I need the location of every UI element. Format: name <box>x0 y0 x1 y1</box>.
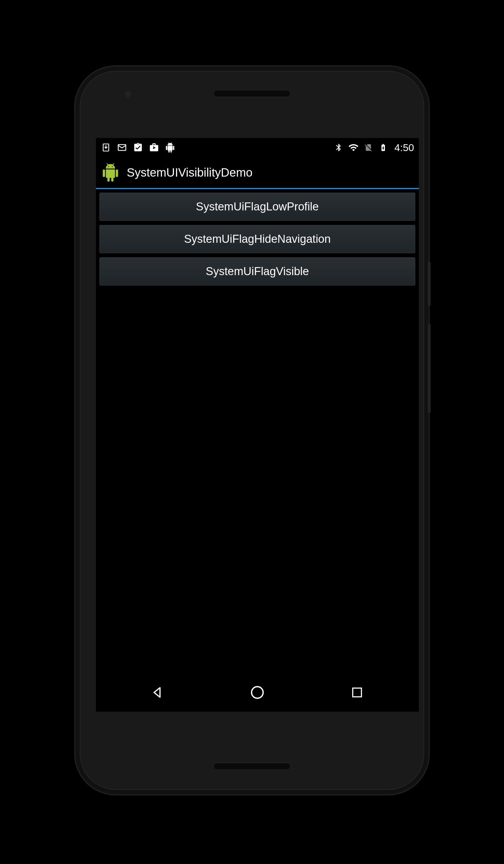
front-camera <box>125 91 131 97</box>
low-profile-button[interactable]: SystemUiFlagLowProfile <box>99 193 415 221</box>
play-briefcase-icon <box>149 142 159 153</box>
status-bar-right: 4:50 <box>333 142 414 154</box>
hide-navigation-button[interactable]: SystemUiFlagHideNavigation <box>99 225 415 253</box>
nav-recent-button[interactable] <box>342 677 372 707</box>
no-sim-icon <box>363 142 374 153</box>
download-icon <box>100 142 111 153</box>
wifi-icon <box>348 142 359 153</box>
status-time: 4:50 <box>395 142 414 154</box>
mail-icon <box>117 142 127 153</box>
speaker-top <box>213 90 291 97</box>
android-logo-icon <box>101 163 120 182</box>
phone-device-frame: 4:50 SystemUIVisibilityDemo SystemUiFlag… <box>74 65 430 795</box>
power-button <box>428 262 431 306</box>
action-bar: SystemUIVisibilityDemo <box>96 157 419 189</box>
volume-button <box>428 324 431 413</box>
svg-point-2 <box>252 687 263 698</box>
app-title: SystemUIVisibilityDemo <box>127 166 253 179</box>
navigation-bar <box>96 673 419 712</box>
bluetooth-icon <box>333 142 344 153</box>
phone-inner-frame: 4:50 SystemUIVisibilityDemo SystemUiFlag… <box>80 71 424 790</box>
svg-rect-3 <box>352 688 361 697</box>
battery-charging-icon <box>378 142 388 153</box>
speaker-bottom <box>213 763 291 770</box>
clipboard-check-icon <box>133 142 143 153</box>
phone-screen: 4:50 SystemUIVisibilityDemo SystemUiFlag… <box>96 138 419 712</box>
nav-back-button[interactable] <box>143 677 172 707</box>
nav-home-button[interactable] <box>242 677 272 707</box>
visible-button[interactable]: SystemUiFlagVisible <box>99 257 415 286</box>
android-debug-icon <box>165 142 176 153</box>
status-bar-left <box>100 142 176 153</box>
content-area: SystemUiFlagLowProfile SystemUiFlagHideN… <box>96 189 419 289</box>
status-bar: 4:50 <box>96 138 419 157</box>
